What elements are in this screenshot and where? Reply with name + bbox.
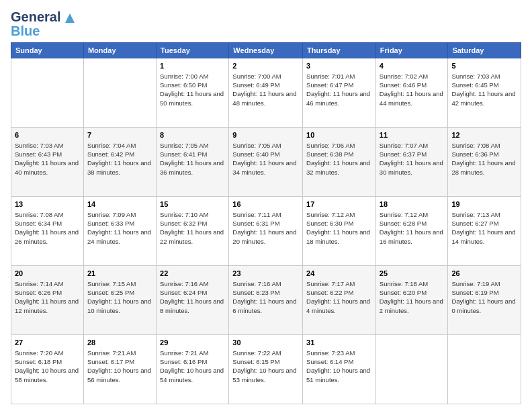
day-number: 23 (232, 269, 299, 279)
calendar-cell: 29Sunrise: 7:21 AM Sunset: 6:16 PM Dayli… (157, 335, 229, 404)
day-number: 22 (160, 269, 225, 279)
day-number: 17 (306, 199, 372, 210)
day-info: Sunrise: 7:23 AM Sunset: 6:14 PM Dayligh… (306, 349, 372, 384)
day-info: Sunrise: 7:03 AM Sunset: 6:45 PM Dayligh… (451, 72, 517, 107)
calendar-cell (11, 58, 84, 128)
logo-text: General (11, 9, 75, 25)
day-number: 31 (306, 338, 372, 348)
day-info: Sunrise: 7:07 AM Sunset: 6:37 PM Dayligh… (380, 141, 445, 177)
day-number: 20 (15, 269, 80, 279)
calendar-cell (83, 58, 156, 128)
day-of-week-header: Tuesday (157, 43, 229, 58)
day-info: Sunrise: 7:10 AM Sunset: 6:32 PM Dayligh… (160, 210, 225, 246)
calendar-cell: 3Sunrise: 7:01 AM Sunset: 6:47 PM Daylig… (303, 58, 376, 128)
day-number: 9 (232, 130, 299, 140)
day-of-week-header: Friday (375, 43, 448, 58)
calendar-cell: 8Sunrise: 7:05 AM Sunset: 6:41 PM Daylig… (157, 128, 229, 197)
day-number: 29 (160, 338, 225, 348)
day-info: Sunrise: 7:04 AM Sunset: 6:42 PM Dayligh… (87, 141, 152, 177)
day-number: 5 (451, 61, 517, 71)
day-info: Sunrise: 7:16 AM Sunset: 6:24 PM Dayligh… (160, 279, 225, 315)
calendar-cell: 28Sunrise: 7:21 AM Sunset: 6:17 PM Dayli… (83, 335, 156, 404)
day-info: Sunrise: 7:05 AM Sunset: 6:40 PM Dayligh… (232, 141, 299, 177)
header: General Blue (11, 9, 521, 37)
calendar-cell: 10Sunrise: 7:06 AM Sunset: 6:38 PM Dayli… (303, 128, 376, 197)
page: General Blue SundayMondayTuesdayWednesda… (0, 0, 532, 411)
day-info: Sunrise: 7:03 AM Sunset: 6:43 PM Dayligh… (15, 141, 80, 177)
day-number: 4 (380, 61, 445, 71)
calendar-week-row: 1Sunrise: 7:00 AM Sunset: 6:50 PM Daylig… (11, 58, 521, 128)
day-number: 10 (306, 130, 372, 140)
day-info: Sunrise: 7:20 AM Sunset: 6:18 PM Dayligh… (15, 349, 80, 384)
calendar-cell: 12Sunrise: 7:08 AM Sunset: 6:36 PM Dayli… (448, 128, 521, 197)
calendar-week-row: 13Sunrise: 7:08 AM Sunset: 6:34 PM Dayli… (11, 197, 521, 266)
day-number: 15 (160, 199, 225, 210)
calendar-cell: 27Sunrise: 7:20 AM Sunset: 6:18 PM Dayli… (11, 335, 84, 404)
calendar-cell: 20Sunrise: 7:14 AM Sunset: 6:26 PM Dayli… (11, 266, 84, 335)
day-number: 26 (451, 269, 517, 279)
calendar-cell (375, 335, 448, 404)
day-info: Sunrise: 7:15 AM Sunset: 6:25 PM Dayligh… (87, 279, 152, 315)
day-number: 21 (87, 269, 152, 279)
calendar-cell: 2Sunrise: 7:00 AM Sunset: 6:49 PM Daylig… (229, 58, 303, 128)
day-number: 28 (87, 338, 152, 348)
day-info: Sunrise: 7:05 AM Sunset: 6:41 PM Dayligh… (160, 141, 225, 177)
day-number: 27 (15, 338, 80, 348)
calendar-cell: 30Sunrise: 7:22 AM Sunset: 6:15 PM Dayli… (229, 335, 303, 404)
calendar-cell: 31Sunrise: 7:23 AM Sunset: 6:14 PM Dayli… (303, 335, 376, 404)
calendar-cell: 17Sunrise: 7:12 AM Sunset: 6:30 PM Dayli… (303, 197, 376, 266)
calendar: SundayMondayTuesdayWednesdayThursdayFrid… (11, 42, 521, 404)
day-number: 30 (232, 338, 299, 348)
calendar-cell: 1Sunrise: 7:00 AM Sunset: 6:50 PM Daylig… (157, 58, 229, 128)
svg-marker-0 (65, 13, 75, 23)
day-info: Sunrise: 7:14 AM Sunset: 6:26 PM Dayligh… (15, 279, 80, 315)
day-number: 16 (232, 199, 299, 210)
calendar-cell: 18Sunrise: 7:12 AM Sunset: 6:28 PM Dayli… (375, 197, 448, 266)
calendar-week-row: 27Sunrise: 7:20 AM Sunset: 6:18 PM Dayli… (11, 335, 521, 404)
day-info: Sunrise: 7:08 AM Sunset: 6:34 PM Dayligh… (15, 210, 80, 246)
calendar-cell: 24Sunrise: 7:17 AM Sunset: 6:22 PM Dayli… (303, 266, 376, 335)
calendar-cell: 9Sunrise: 7:05 AM Sunset: 6:40 PM Daylig… (229, 128, 303, 197)
day-number: 6 (15, 130, 80, 140)
day-info: Sunrise: 7:11 AM Sunset: 6:31 PM Dayligh… (232, 210, 299, 246)
day-of-week-header: Monday (83, 43, 156, 58)
day-info: Sunrise: 7:18 AM Sunset: 6:20 PM Dayligh… (380, 279, 445, 315)
calendar-cell: 5Sunrise: 7:03 AM Sunset: 6:45 PM Daylig… (448, 58, 521, 128)
calendar-cell: 15Sunrise: 7:10 AM Sunset: 6:32 PM Dayli… (157, 197, 229, 266)
day-info: Sunrise: 7:17 AM Sunset: 6:22 PM Dayligh… (306, 279, 372, 315)
calendar-cell: 14Sunrise: 7:09 AM Sunset: 6:33 PM Dayli… (83, 197, 156, 266)
day-info: Sunrise: 7:13 AM Sunset: 6:27 PM Dayligh… (451, 210, 517, 246)
day-info: Sunrise: 7:21 AM Sunset: 6:17 PM Dayligh… (87, 349, 152, 384)
day-number: 2 (232, 61, 299, 71)
day-of-week-header: Wednesday (229, 43, 303, 58)
day-info: Sunrise: 7:02 AM Sunset: 6:46 PM Dayligh… (380, 72, 445, 107)
day-number: 3 (306, 61, 372, 71)
calendar-cell: 16Sunrise: 7:11 AM Sunset: 6:31 PM Dayli… (229, 197, 303, 266)
day-info: Sunrise: 7:19 AM Sunset: 6:19 PM Dayligh… (451, 279, 517, 315)
day-info: Sunrise: 7:00 AM Sunset: 6:49 PM Dayligh… (232, 72, 299, 107)
calendar-cell: 22Sunrise: 7:16 AM Sunset: 6:24 PM Dayli… (157, 266, 229, 335)
logo-blue: Blue (11, 25, 40, 37)
day-info: Sunrise: 7:08 AM Sunset: 6:36 PM Dayligh… (451, 141, 517, 177)
calendar-week-row: 6Sunrise: 7:03 AM Sunset: 6:43 PM Daylig… (11, 128, 521, 197)
calendar-cell: 23Sunrise: 7:16 AM Sunset: 6:23 PM Dayli… (229, 266, 303, 335)
day-number: 14 (87, 199, 152, 210)
day-info: Sunrise: 7:22 AM Sunset: 6:15 PM Dayligh… (232, 349, 299, 384)
day-info: Sunrise: 7:12 AM Sunset: 6:28 PM Dayligh… (380, 210, 445, 246)
day-number: 12 (451, 130, 517, 140)
calendar-cell: 11Sunrise: 7:07 AM Sunset: 6:37 PM Dayli… (375, 128, 448, 197)
day-info: Sunrise: 7:12 AM Sunset: 6:30 PM Dayligh… (306, 210, 372, 246)
day-number: 24 (306, 269, 372, 279)
calendar-cell (448, 335, 521, 404)
calendar-cell: 21Sunrise: 7:15 AM Sunset: 6:25 PM Dayli… (83, 266, 156, 335)
calendar-header-row: SundayMondayTuesdayWednesdayThursdayFrid… (11, 43, 521, 58)
day-number: 19 (451, 199, 517, 210)
day-number: 18 (380, 199, 445, 210)
day-number: 7 (87, 130, 152, 140)
day-info: Sunrise: 7:16 AM Sunset: 6:23 PM Dayligh… (232, 279, 299, 315)
calendar-cell: 4Sunrise: 7:02 AM Sunset: 6:46 PM Daylig… (375, 58, 448, 128)
calendar-cell: 25Sunrise: 7:18 AM Sunset: 6:20 PM Dayli… (375, 266, 448, 335)
day-info: Sunrise: 7:01 AM Sunset: 6:47 PM Dayligh… (306, 72, 372, 107)
day-of-week-header: Thursday (303, 43, 376, 58)
day-number: 13 (15, 199, 80, 210)
